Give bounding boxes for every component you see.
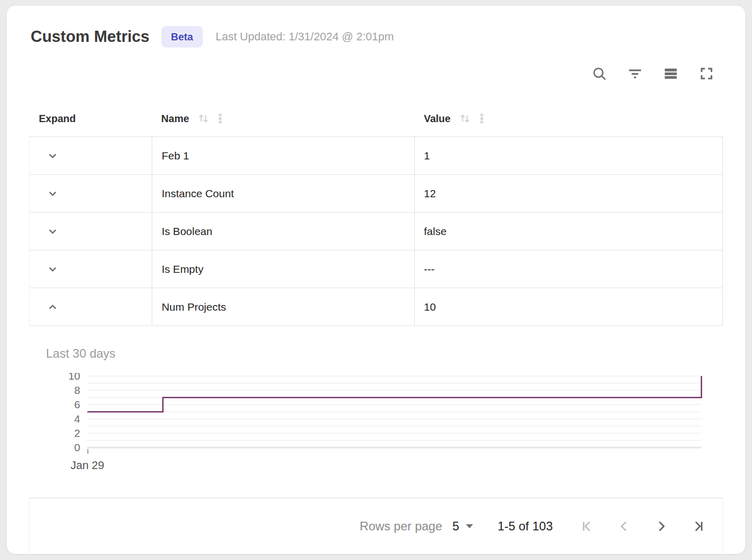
expand-row-button[interactable] xyxy=(45,262,60,277)
fullscreen-icon xyxy=(699,66,714,81)
next-page-button[interactable] xyxy=(654,519,668,533)
row-name-cell: Is Empty xyxy=(152,250,414,288)
table-toolbar xyxy=(7,48,745,81)
row-value-cell: false xyxy=(414,213,722,250)
page-title: Custom Metrics xyxy=(31,28,150,46)
table-row: Feb 1 1 xyxy=(30,136,722,174)
fullscreen-button[interactable] xyxy=(699,66,714,81)
table-row: Is Boolean false xyxy=(30,212,722,250)
expand-chevron-icon xyxy=(45,149,60,163)
table-row: Instance Count 12 xyxy=(30,174,722,212)
svg-text:Jan 29: Jan 29 xyxy=(70,459,104,472)
sort-icon[interactable] xyxy=(197,112,210,125)
card-header: Custom Metrics Beta Last Updated: 1/31/2… xyxy=(7,6,745,48)
table-header-row: Expand Name Value xyxy=(29,101,723,136)
caret-down-icon xyxy=(466,524,473,528)
expand-cell xyxy=(30,250,152,288)
row-value-cell: 1 xyxy=(414,137,722,174)
header-cell-name[interactable]: Name xyxy=(152,101,414,136)
table-row: Is Empty --- xyxy=(30,250,722,288)
pagination-footer: Rows per page 5 1-5 of 103 xyxy=(29,498,723,554)
expand-chevron-icon xyxy=(45,262,60,276)
first-page-icon xyxy=(580,519,595,533)
svg-text:10: 10 xyxy=(68,373,80,382)
filter-icon xyxy=(627,66,643,81)
expand-row-button[interactable] xyxy=(45,148,60,164)
header-value-label: Value xyxy=(424,113,451,125)
search-icon xyxy=(592,66,607,81)
expand-cell xyxy=(30,137,152,174)
svg-text:6: 6 xyxy=(74,399,80,410)
density-button[interactable] xyxy=(663,66,678,81)
metric-chart: 0246810Jan 29 xyxy=(29,373,714,474)
metrics-table: Expand Name Value xyxy=(29,101,723,326)
custom-metrics-card: Custom Metrics Beta Last Updated: 1/31/2… xyxy=(6,5,746,554)
row-name-cell: Feb 1 xyxy=(152,137,414,174)
expand-cell xyxy=(30,213,152,250)
expand-chevron-icon xyxy=(45,224,60,239)
first-page-button[interactable] xyxy=(580,519,595,533)
table-rows: Feb 1 1 Instance Count 12 xyxy=(29,136,723,326)
search-button[interactable] xyxy=(592,66,607,81)
expand-cell xyxy=(30,175,152,212)
expand-chevron-icon xyxy=(45,186,60,201)
density-icon xyxy=(663,66,678,81)
row-name-cell: Is Boolean xyxy=(152,213,414,250)
filter-button[interactable] xyxy=(627,66,643,81)
header-cell-value[interactable]: Value xyxy=(414,101,723,136)
column-menu-icon[interactable] xyxy=(476,112,488,125)
sort-icon[interactable] xyxy=(458,112,472,125)
column-menu-icon[interactable] xyxy=(214,112,226,125)
header-name-label: Name xyxy=(161,113,189,125)
header-expand-label: Expand xyxy=(39,113,76,125)
row-value-cell: 10 xyxy=(414,288,722,325)
row-name-cell: Num Projects xyxy=(152,288,414,325)
chevron-right-icon xyxy=(654,519,668,533)
table-row: Num Projects 10 xyxy=(30,288,722,325)
last-updated-text: Last Updated: 1/31/2024 @ 2:01pm xyxy=(216,30,394,43)
rows-per-page-label: Rows per page xyxy=(360,519,442,533)
svg-text:0: 0 xyxy=(74,441,80,453)
expand-row-button[interactable] xyxy=(45,299,60,315)
svg-text:2: 2 xyxy=(74,427,80,439)
chart-title: Last 30 days xyxy=(46,346,745,361)
expand-row-button[interactable] xyxy=(45,186,60,201)
last-page-button[interactable] xyxy=(691,519,705,533)
pagination-nav xyxy=(580,519,705,533)
last-page-icon xyxy=(691,519,705,533)
row-value-cell: 12 xyxy=(414,175,722,212)
svg-text:8: 8 xyxy=(74,384,80,396)
beta-badge: Beta xyxy=(161,26,203,48)
header-cell-expand: Expand xyxy=(29,101,152,136)
chevron-left-icon xyxy=(617,519,631,533)
expand-row-button[interactable] xyxy=(45,224,60,239)
row-name-cell: Instance Count xyxy=(152,175,414,212)
pagination-range-label: 1-5 of 103 xyxy=(498,519,553,533)
rows-per-page-value: 5 xyxy=(453,519,459,533)
previous-page-button[interactable] xyxy=(617,519,631,533)
expand-chevron-icon xyxy=(45,300,60,314)
expand-cell xyxy=(30,288,152,325)
row-value-cell: --- xyxy=(414,250,722,288)
rows-per-page-select[interactable]: 5 xyxy=(453,519,473,533)
svg-text:4: 4 xyxy=(74,413,80,425)
